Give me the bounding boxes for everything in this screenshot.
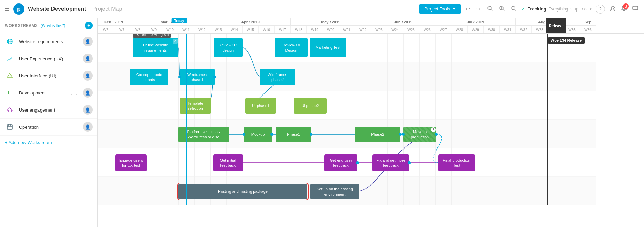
sidebar-item-ui[interactable]: User Interface (UI) 👤	[0, 67, 97, 84]
add-user-button[interactable]	[608, 4, 617, 14]
top-header: ☰ p Website Development Project Map Proj…	[0, 0, 644, 18]
task-block[interactable]: Define website requirements↗18 Feb - 10 …	[133, 38, 178, 57]
sidebar-item-engagement[interactable]: User engagement 👤	[0, 101, 97, 119]
tracking-area: ✓ Tracking Everything is up to date	[521, 6, 592, 12]
grid-line	[580, 34, 580, 205]
grid-line	[98, 34, 98, 205]
engagement-icon	[5, 105, 15, 115]
sidebar-item-ux[interactable]: User Experience (UX) 👤	[0, 50, 97, 67]
task-block[interactable]: Move to production1	[403, 127, 436, 142]
undo-button[interactable]: ↩	[464, 4, 471, 14]
sidebar-item-dev[interactable]: Development ⋮⋮ 👤	[0, 84, 97, 101]
week-cell: W12	[194, 26, 210, 33]
month-cell: Jul / 2019	[435, 18, 516, 25]
add-workstream-link[interactable]: + Add new Workstream	[5, 140, 52, 145]
grid-line	[114, 34, 114, 205]
sidebar-item-operation[interactable]: Operation 👤	[0, 119, 97, 136]
grid-line	[532, 34, 532, 205]
task-block[interactable]: Wireframes phase1	[180, 69, 215, 85]
task-block[interactable]: Set up on the hosting environment	[310, 184, 359, 199]
sidebar-item-website-req[interactable]: Website requirements 👤	[0, 33, 97, 50]
ui-icon	[5, 71, 15, 81]
grid-line	[275, 34, 275, 205]
grid-line	[403, 34, 404, 205]
grid-line	[548, 34, 548, 205]
redo-button[interactable]: ↪	[475, 4, 482, 14]
week-cell: W10	[162, 26, 178, 33]
week-cell: W29	[468, 26, 484, 33]
notifications-button[interactable]: 3	[621, 5, 627, 13]
zoom-in-button[interactable]	[498, 4, 506, 14]
today-line	[186, 34, 187, 205]
avatar-website-req: 👤	[83, 37, 93, 46]
connection-dot	[402, 133, 405, 136]
task-block[interactable]: Phase2	[355, 127, 400, 142]
tracking-label[interactable]: Tracking	[528, 6, 546, 12]
search-button[interactable]	[509, 4, 518, 14]
project-tools-button[interactable]: Project Tools ▼	[419, 4, 461, 14]
task-block[interactable]: UI phase2	[294, 98, 327, 114]
connection-dot	[408, 161, 411, 164]
website-req-icon	[5, 37, 15, 46]
grid-line	[226, 34, 227, 205]
grid-line	[500, 34, 500, 205]
week-cell: W17	[275, 26, 291, 33]
date-tooltip: 18 Feb - 10 Mar (15d)	[133, 34, 171, 38]
week-cell: W13	[210, 26, 226, 33]
help-button[interactable]: ?	[596, 5, 605, 14]
task-block[interactable]: Concept, mode boards	[130, 69, 168, 85]
main-area: WORKSTREAMS (What is this?) + Website re…	[0, 18, 644, 227]
zoom-out-button[interactable]	[486, 4, 494, 14]
notify-dot: 1	[431, 127, 436, 132]
messages-button[interactable]	[631, 4, 640, 14]
task-block[interactable]: Phase1	[276, 127, 311, 142]
sidebar-item-label-operation: Operation	[19, 124, 79, 130]
sidebar-item-label-ux: User Experience (UX)	[19, 56, 79, 61]
week-cell: W21	[339, 26, 355, 33]
task-block[interactable]: Template selection	[180, 98, 211, 114]
week-cell: W14	[226, 26, 243, 33]
task-block[interactable]: Review UX design	[214, 38, 243, 57]
connection-dot	[435, 133, 438, 136]
dev-icon	[5, 88, 15, 98]
task-block[interactable]: Mockup	[244, 127, 272, 142]
sidebar-item-label-ui: User Interface (UI)	[19, 73, 79, 78]
task-block[interactable]: Get initial feedback	[213, 154, 243, 171]
week-cell: W28	[451, 26, 468, 33]
grid-line	[307, 34, 307, 205]
task-block[interactable]: Hosting and hosting package	[178, 184, 307, 199]
task-block[interactable]: Platform selection - WordPress or else	[178, 127, 229, 142]
week-cell: W9	[146, 26, 162, 33]
week-cell: W6	[98, 26, 114, 33]
svg-line-4	[503, 9, 504, 11]
workstreams-label: WORKSTREAMS	[5, 23, 38, 28]
app-logo: p	[13, 3, 24, 15]
what-is-this-link[interactable]: (What is this?)	[41, 23, 65, 28]
week-cell: W26	[419, 26, 435, 33]
week-cell: W15	[243, 26, 259, 33]
sidebar-item-label-dev: Development	[19, 90, 65, 96]
grid-line	[419, 34, 420, 205]
task-block[interactable]: Wireframes phase2	[260, 69, 295, 85]
task-block[interactable]: Fix and get more feedback	[372, 154, 409, 171]
svg-rect-12	[633, 6, 638, 10]
task-block[interactable]: Engage users for UX test	[115, 154, 147, 171]
task-block[interactable]: Get end user feedback	[324, 154, 357, 171]
grid-line	[259, 34, 259, 205]
dropdown-arrow-icon: ▼	[452, 7, 456, 11]
add-workstream-icon[interactable]: +	[85, 22, 93, 29]
grid-line	[435, 34, 436, 205]
grid-line	[194, 34, 195, 205]
woe-release-label: Woe 134 Release	[548, 37, 585, 44]
task-block[interactable]: Final production Test	[438, 154, 475, 171]
ux-icon	[5, 54, 15, 63]
drag-handle-dev[interactable]: ⋮⋮	[69, 90, 79, 96]
hamburger-menu[interactable]: ☰	[4, 5, 10, 13]
task-block[interactable]: Marketing Test	[310, 38, 346, 57]
gantt-area: Feb / 2019Mar / 2019Apr / 2019May / 2019…	[98, 18, 644, 227]
avatar-ui: 👤	[83, 71, 93, 81]
task-block[interactable]: UI phase1	[245, 98, 276, 114]
week-cell: W24	[387, 26, 403, 33]
month-cell: Mar / 2019	[130, 18, 210, 25]
task-block[interactable]: Review UI Design	[275, 38, 308, 57]
